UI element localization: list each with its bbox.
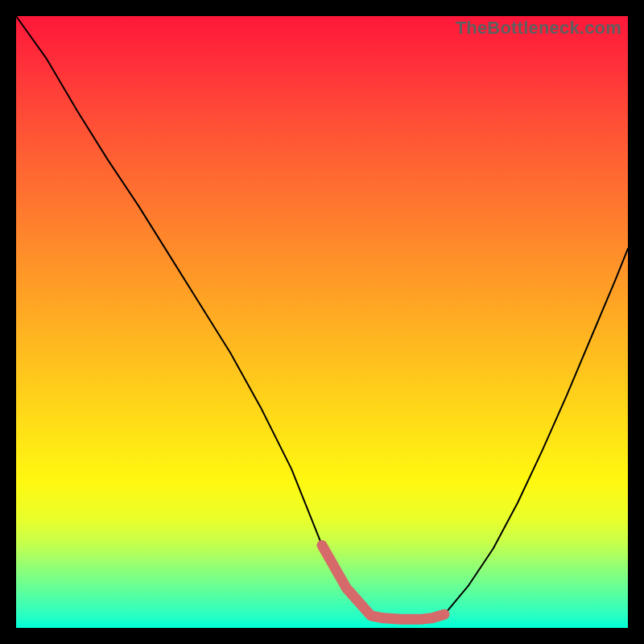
curve-left-branch <box>16 16 371 616</box>
curve-right-branch <box>444 249 628 614</box>
optimal-range-highlight <box>322 545 444 619</box>
chart-frame: TheBottleneck.com <box>0 0 644 644</box>
chart-plot-area: TheBottleneck.com <box>16 16 628 628</box>
chart-svg <box>16 16 628 628</box>
